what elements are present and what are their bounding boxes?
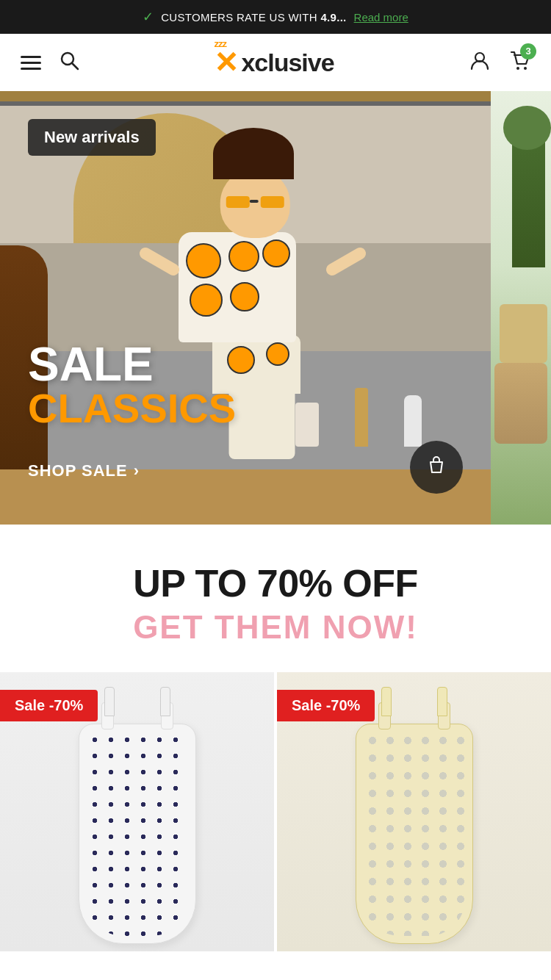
hamburger-line-1: [21, 56, 41, 58]
hero-table-top: [0, 91, 491, 101]
header-right: 3: [469, 49, 530, 76]
header-left: [21, 50, 79, 76]
secondary-decoration: [500, 304, 547, 363]
secondary-plant-leaf: [503, 106, 551, 150]
hamburger-line-2: [21, 62, 41, 64]
child-shirt: [179, 232, 296, 342]
header: zzz ✕ xclusive 3: [0, 34, 551, 91]
glasses-right: [261, 196, 284, 208]
hero-sale-text: SALE CLASSICS: [28, 341, 236, 429]
shirt-smiley-3: [262, 239, 290, 267]
svg-point-4: [524, 67, 527, 70]
shop-sale-label: SHOP SALE: [28, 461, 128, 480]
dress-2-body: [356, 724, 473, 944]
child-legs: [229, 386, 295, 459]
shirt-smiley-2: [228, 241, 259, 272]
dress-2-dot-pattern: [364, 732, 465, 936]
shirt-smiley-1: [186, 243, 221, 278]
banner-text: CUSTOMERS RATE US WITH 4.9...: [161, 11, 346, 24]
logo-x: ✕: [214, 46, 238, 79]
dress-2-strap-right: [437, 687, 447, 716]
shop-sale-arrow: ›: [134, 461, 140, 480]
checkmark-icon: ✓: [143, 9, 154, 25]
logo-brand-name: xclusive: [241, 48, 334, 77]
search-icon[interactable]: [59, 50, 79, 76]
product-grid: Sale -70% Sale -70%: [0, 672, 551, 966]
hero-canister: [295, 403, 319, 447]
logo-text: zzz ✕ xclusive: [214, 46, 334, 79]
promo-section: UP TO 70% OFF GET THEM NOW!: [0, 525, 551, 672]
top-banner: ✓ CUSTOMERS RATE US WITH 4.9... Read mor…: [0, 0, 551, 34]
dress-1-strap-left: [104, 687, 115, 716]
product-1-sale-badge: Sale -70%: [0, 690, 98, 721]
svg-point-3: [516, 67, 519, 70]
hero-slide-secondary: [491, 91, 551, 525]
new-arrivals-badge: New arrivals: [28, 119, 156, 156]
hero-pump: [404, 395, 422, 447]
hero-slide-main: New arrivals SALE CLASSICS SHOP SALE ›: [0, 91, 491, 525]
read-more-link[interactable]: Read more: [354, 11, 408, 24]
hamburger-line-3: [21, 68, 41, 70]
dress-2-strap-left: [381, 687, 392, 716]
glasses-bridge: [250, 200, 259, 203]
shop-sale-button[interactable]: SHOP SALE ›: [28, 461, 140, 480]
hero-bottle: [355, 388, 368, 447]
product-card-2[interactable]: Sale -70%: [277, 672, 551, 951]
hero-section: New arrivals SALE CLASSICS SHOP SALE ›: [0, 91, 551, 525]
bag-icon: [425, 453, 448, 482]
product-2-sale-badge: Sale -70%: [277, 690, 375, 721]
promo-subline: GET THEM NOW!: [22, 609, 529, 646]
dress-1-strap-right: [160, 687, 170, 716]
dress-1-body: [79, 724, 196, 944]
glasses-left: [226, 196, 250, 208]
smiley-shorts-2: [266, 342, 289, 366]
cart-badge: 3: [520, 43, 536, 60]
shirt-smiley-5: [230, 282, 259, 311]
bag-button[interactable]: [410, 441, 463, 494]
hamburger-menu-icon[interactable]: [21, 56, 41, 70]
user-account-icon[interactable]: [469, 49, 491, 76]
hero-classics-word: CLASSICS: [28, 388, 236, 429]
product-card-1[interactable]: Sale -70%: [0, 672, 277, 951]
secondary-table: [494, 363, 547, 444]
dress-1-dot-pattern: [87, 732, 188, 936]
child-hair: [213, 128, 294, 179]
svg-line-1: [72, 63, 78, 69]
logo-zzz: zzz: [214, 38, 226, 49]
cart-wrapper[interactable]: 3: [508, 49, 530, 76]
shirt-smiley-4: [190, 284, 223, 317]
hero-sale-word: SALE: [28, 341, 236, 388]
promo-headline: UP TO 70% OFF: [22, 563, 529, 605]
logo[interactable]: zzz ✕ xclusive: [214, 46, 334, 79]
